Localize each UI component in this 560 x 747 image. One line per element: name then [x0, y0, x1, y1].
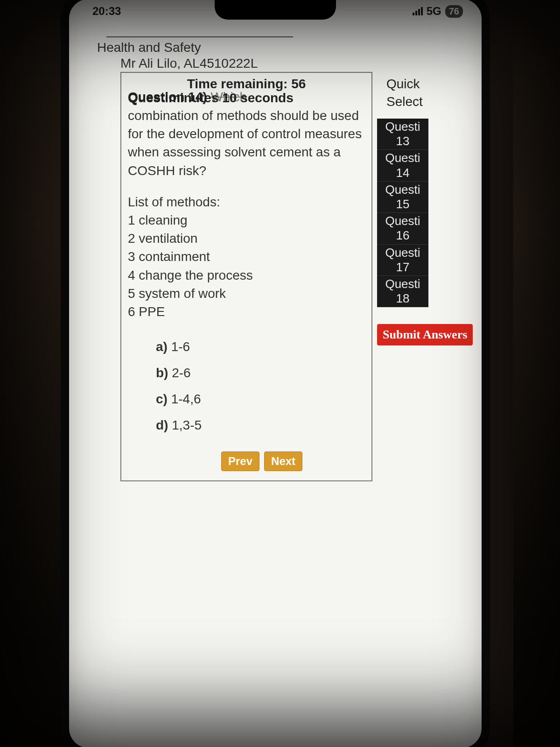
status-bar: 20:33 5G 76 — [69, 2, 482, 21]
qlist-item-18[interactable]: Questi18 — [377, 276, 428, 307]
qlist-item-17[interactable]: Questi17 — [377, 245, 428, 276]
answer-c[interactable]: c) 1-4,6 — [156, 392, 365, 407]
status-time: 20:33 — [83, 5, 121, 18]
page-title: Health and Safety — [97, 40, 472, 55]
next-button[interactable]: Next — [264, 451, 302, 471]
method-2: 2 ventilation — [128, 229, 365, 247]
timer-label: Time remaining: — [187, 77, 288, 91]
submit-answers-button[interactable]: Submit Answers — [377, 324, 473, 345]
battery-badge: 76 — [445, 5, 463, 18]
quick-select-panel: Quick Select Questi13 Questi14 Questi15 … — [377, 77, 470, 345]
qlist-item-16[interactable]: Questi16 — [377, 213, 428, 244]
network-label: 5G — [427, 5, 441, 18]
question-text: combination of methods should be used fo… — [128, 106, 365, 180]
question-list: Questi13 Questi14 Questi15 Questi16 Ques… — [377, 119, 428, 307]
answer-d[interactable]: d) 1,3-5 — [156, 418, 365, 433]
signal-icon — [413, 7, 423, 15]
background-fabric-right — [513, 0, 560, 747]
question-panel: Time remaining: 56 Questiminutes 10 seco… — [120, 72, 372, 481]
page-content: Health and Safety Mr Ali Lilo, AL4510222… — [88, 36, 472, 481]
background-fabric-left — [0, 0, 70, 747]
answer-a[interactable]: a) 1-6 — [156, 339, 365, 354]
quick-label-1: Quick — [386, 77, 470, 92]
qlist-item-13[interactable]: Questi13 — [377, 119, 428, 150]
methods-title: List of methods: — [128, 193, 365, 211]
divider — [106, 36, 293, 37]
method-4: 4 change the process — [128, 266, 365, 284]
method-6: 6 PPE — [128, 303, 365, 321]
method-3: 3 containment — [128, 247, 365, 266]
method-1: 1 cleaning — [128, 211, 365, 229]
user-name: Mr Ali Lilo, AL4510222L — [120, 56, 472, 71]
methods-list: List of methods: 1 cleaning 2 ventilatio… — [128, 193, 365, 321]
qlist-item-14[interactable]: Questi14 — [377, 150, 428, 181]
answer-b[interactable]: b) 2-6 — [156, 366, 365, 381]
answer-options: a) 1-6 b) 2-6 c) 1-4,6 d) 1,3-5 — [156, 339, 365, 433]
phone-frame: 20:33 5G 76 Health and Safety Mr Ali Lil… — [61, 0, 490, 747]
prev-button[interactable]: Prev — [221, 451, 259, 471]
qlist-item-15[interactable]: Questi15 — [377, 182, 428, 213]
quick-label-2: Select — [386, 94, 470, 109]
method-5: 5 system of work — [128, 284, 365, 303]
